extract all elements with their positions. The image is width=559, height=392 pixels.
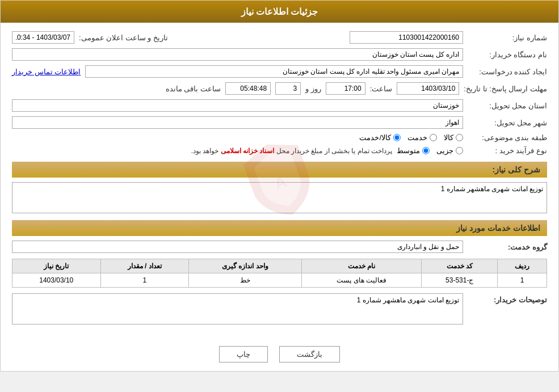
category-row: طبقه بندی موضوعی: کالا خدمت کالا/خدمت bbox=[12, 133, 547, 142]
announce-datetime-label: تاریخ و ساعت اعلان عمومی: bbox=[79, 33, 168, 42]
announce-datetime-input[interactable] bbox=[12, 31, 74, 44]
response-remaining-label: ساعت باقی مانده bbox=[166, 85, 221, 93]
type-motavaset: متوسط bbox=[397, 146, 430, 155]
category-kala-radio[interactable] bbox=[456, 134, 463, 141]
buyer-description-row: توصیحات خریدار: توزیع امانت شهری ماهشهر … bbox=[12, 293, 547, 324]
response-time-label: ساعت: bbox=[370, 85, 393, 93]
general-description-textarea[interactable]: توزیع امانت شهری ماهشهر شماره 1 bbox=[12, 182, 547, 213]
category-radio-group: کالا خدمت کالا/خدمت bbox=[359, 133, 463, 142]
col-row-num: ردیف bbox=[498, 259, 547, 273]
service-group-input[interactable] bbox=[12, 241, 463, 253]
requester-row: ایجاد کننده درخواست: اطلاعات تماس خریدار bbox=[12, 65, 547, 78]
category-khedmat-radio[interactable] bbox=[430, 134, 437, 141]
type-jozi: جزیی bbox=[436, 146, 463, 155]
response-remaining-input[interactable] bbox=[225, 82, 271, 95]
col-date: تاریخ نیاز bbox=[12, 259, 101, 273]
cell-quantity: 1 bbox=[100, 273, 188, 288]
need-number-row: شماره نیاز: تاریخ و ساعت اعلان عمومی: bbox=[12, 31, 547, 44]
services-section-header: اطلاعات خدمات مورد نیاز bbox=[12, 220, 547, 236]
page-header: جزئیات اطلاعات نیاز bbox=[1, 1, 558, 23]
category-kala-khedmat-radio[interactable] bbox=[393, 134, 401, 141]
service-group-label: گروه خدمت: bbox=[468, 243, 547, 251]
services-table: ردیف کد خدمت نام خدمت واحد اندازه گیری ت… bbox=[12, 259, 547, 288]
col-service-code: کد خدمت bbox=[422, 259, 498, 273]
cell-service-code: ج-531-53 bbox=[422, 273, 498, 288]
category-khedmat-label: خدمت bbox=[407, 133, 427, 142]
back-button[interactable]: بازگشت bbox=[279, 346, 340, 363]
general-description-row: توزیع امانت شهری ماهشهر شماره 1 bbox=[12, 182, 547, 213]
type-motavaset-radio[interactable] bbox=[422, 147, 430, 154]
buyer-org-label: نام دستگاه خریدار: bbox=[468, 50, 547, 59]
requester-label: ایجاد کننده درخواست: bbox=[468, 68, 547, 76]
type-jozi-label: جزیی bbox=[436, 146, 453, 155]
purchase-type-radio-group: جزیی متوسط bbox=[397, 146, 463, 155]
category-kala-khedmat-label: کالا/خدمت bbox=[359, 133, 391, 142]
page-wrapper: جزئیات اطلاعات نیاز A شماره نیاز: تاریخ … bbox=[0, 0, 559, 372]
category-kala-label: کالا bbox=[444, 133, 453, 142]
delivery-city-row: شهر محل تحویل: bbox=[12, 116, 547, 129]
buyer-description-textarea[interactable]: توزیع امانت شهری ماهشهر شماره 1 bbox=[12, 293, 463, 324]
response-time-input[interactable] bbox=[326, 82, 365, 95]
purchase-type-label: نوع فرآیند خرید : bbox=[468, 146, 547, 155]
need-number-label: شماره نیاز: bbox=[468, 33, 547, 42]
response-deadline-label: مهلت ارسال پاسخ: تا تاریخ: bbox=[464, 85, 547, 93]
category-label: طبقه بندی موضوعی: bbox=[468, 133, 547, 142]
response-date-input[interactable] bbox=[397, 82, 459, 95]
cell-date: 1403/03/10 bbox=[12, 273, 101, 288]
need-number-input[interactable] bbox=[350, 31, 463, 44]
table-header-row: ردیف کد خدمت نام خدمت واحد اندازه گیری ت… bbox=[12, 259, 547, 273]
general-description-section-header: شرح کلی نیاز: bbox=[12, 162, 547, 178]
purchase-notice: پرداخت تمام یا بخشی از مبلغ خریدار محل ا… bbox=[191, 147, 392, 155]
buyer-org-row: نام دستگاه خریدار: bbox=[12, 48, 547, 61]
col-quantity: تعداد / مقدار bbox=[100, 259, 188, 273]
requester-input[interactable] bbox=[85, 65, 463, 78]
service-group-row: گروه خدمت: bbox=[12, 241, 547, 253]
delivery-province-label: استان محل تحویل: bbox=[468, 102, 547, 110]
table-row: 1 ج-531-53 فعالیت های پست خط 1 1403/03/1… bbox=[12, 273, 547, 288]
category-khedmat: خدمت bbox=[407, 133, 437, 142]
purchase-notice-end: خواهد بود. bbox=[191, 147, 219, 155]
buyer-description-label: توصیحات خریدار: bbox=[468, 293, 547, 304]
category-kala-khedmat: کالا/خدمت bbox=[359, 133, 401, 142]
col-unit: واحد اندازه گیری bbox=[188, 259, 301, 273]
general-description-label: شرح کلی نیاز: bbox=[493, 165, 540, 174]
purchase-type-row: نوع فرآیند خرید : جزیی متوسط پرداخت تمام… bbox=[12, 146, 547, 155]
page-title: جزئیات اطلاعات نیاز bbox=[241, 7, 318, 16]
type-motavaset-label: متوسط bbox=[397, 146, 420, 155]
delivery-province-input[interactable] bbox=[12, 99, 463, 112]
buyer-org-input[interactable] bbox=[12, 48, 463, 61]
bottom-buttons: بازگشت چاپ bbox=[1, 338, 558, 371]
contact-info-link[interactable]: اطلاعات تماس خریدار bbox=[12, 68, 81, 76]
services-table-section: ردیف کد خدمت نام خدمت واحد اندازه گیری ت… bbox=[12, 259, 547, 288]
purchase-notice-highlight: اسناد خزانه اسلامی bbox=[221, 147, 275, 155]
print-button[interactable]: چاپ bbox=[219, 346, 268, 363]
category-kala: کالا bbox=[444, 133, 463, 142]
response-days-label: روز و bbox=[305, 85, 321, 93]
delivery-city-label: شهر محل تحویل: bbox=[468, 119, 547, 127]
services-section-label: اطلاعات خدمات مورد نیاز bbox=[456, 224, 540, 233]
response-deadline-row: مهلت ارسال پاسخ: تا تاریخ: ساعت: روز و س… bbox=[12, 82, 547, 95]
cell-row-num: 1 bbox=[498, 273, 547, 288]
delivery-province-row: استان محل تحویل: bbox=[12, 99, 547, 112]
cell-service-name: فعالیت های پست bbox=[302, 273, 422, 288]
content-area: A شماره نیاز: تاریخ و ساعت اعلان عمومی: … bbox=[1, 23, 558, 338]
cell-unit: خط bbox=[188, 273, 301, 288]
col-service-name: نام خدمت bbox=[302, 259, 422, 273]
delivery-city-input[interactable] bbox=[12, 116, 463, 129]
type-jozi-radio[interactable] bbox=[456, 147, 463, 154]
response-days-input[interactable] bbox=[275, 82, 301, 95]
watermark: A bbox=[234, 130, 326, 230]
